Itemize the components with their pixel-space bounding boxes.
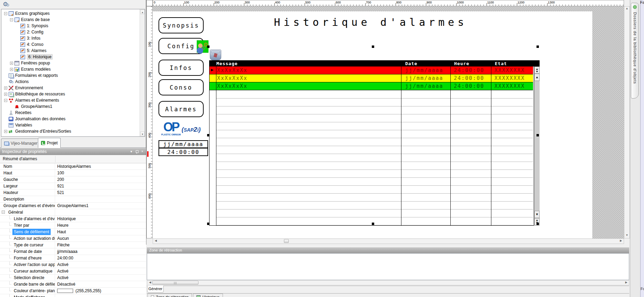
- collapse-icon[interactable]: −: [4, 12, 7, 15]
- column-header[interactable]: Date: [405, 61, 417, 66]
- tree-item[interactable]: −GroupeAlarmes1: [2, 103, 139, 110]
- scroll-down-icon[interactable]: ▼: [140, 132, 145, 136]
- alarm-row[interactable]: ▶XxXxXxXxjj/mm/aaaa24:00:00XXXXXXXX: [209, 66, 533, 74]
- property-row[interactable]: Gauche200: [0, 176, 146, 183]
- property-row[interactable]: NomHistoriqueAlarmes: [0, 163, 146, 170]
- alarm-table[interactable]: MessageDateHeureEtat▶XxXxXxXxjj/mm/aaaa2…: [209, 60, 540, 226]
- feedback-hscrollbar[interactable]: ◀ ▶: [147, 280, 629, 285]
- gears-toolbar-icon[interactable]: ⚙⚙: [3, 1, 12, 9]
- expand-icon[interactable]: +: [4, 86, 7, 90]
- property-row[interactable]: Groupe d'alarmes et d'événenGroupeAlarme…: [0, 203, 146, 209]
- property-value[interactable]: [55, 196, 146, 202]
- scroll-right-icon[interactable]: ▶: [619, 239, 623, 243]
- feedback-area[interactable]: [147, 253, 629, 280]
- selection-handle[interactable]: [536, 223, 539, 225]
- property-value[interactable]: Flèche: [55, 242, 146, 248]
- hscroll-thumb[interactable]: [284, 239, 289, 243]
- date-field[interactable]: jj/mm/aaaa: [159, 140, 208, 148]
- property-row[interactable]: Action sur activation duAucun: [0, 235, 146, 242]
- tree-item[interactable]: +Environnement: [2, 85, 139, 91]
- hscroll-thumb[interactable]: [152, 281, 198, 285]
- canvas-vscrollbar[interactable]: ▲ ▼: [624, 6, 630, 238]
- property-row[interactable]: Largeur921: [0, 183, 146, 190]
- alarm-row[interactable]: XxXxXxXxjj/mm/aaaa24:00:00XXXXXXXX: [209, 74, 533, 82]
- property-value[interactable]: Désactivé: [55, 281, 146, 287]
- property-value[interactable]: Heure: [55, 222, 146, 228]
- tab-vijeo-manager[interactable]: Vijeo-Manager: [1, 139, 41, 148]
- trash-icon[interactable]: [210, 50, 221, 60]
- selection-handle[interactable]: [207, 134, 209, 136]
- property-value[interactable]: 100: [55, 170, 146, 176]
- property-row[interactable]: Sélection directeActivé: [0, 275, 146, 281]
- property-value[interactable]: 921: [55, 183, 146, 189]
- pin-icon[interactable]: [135, 150, 139, 154]
- property-row[interactable]: Type de curseurFlèche: [0, 242, 146, 248]
- tab-zone-retroaction[interactable]: Zone de rétroaction: [147, 294, 192, 297]
- property-value[interactable]: HistoriqueAlarmes: [55, 163, 146, 170]
- scroll-right-icon[interactable]: ▶: [624, 281, 628, 285]
- property-value[interactable]: [55, 209, 146, 215]
- scroll-up-icon[interactable]: ▲: [534, 74, 540, 81]
- selection-handle[interactable]: [372, 223, 374, 225]
- tree-item[interactable]: −5: Alarmes: [2, 48, 139, 54]
- tree-item[interactable]: −1: Synopsis: [2, 23, 139, 29]
- tree-item[interactable]: +Bibliothèque de ressources: [2, 91, 139, 97]
- scroll-up-icon[interactable]: ▲▲: [534, 66, 540, 74]
- canvas-hscrollbar[interactable]: ◀ ▶: [153, 238, 624, 244]
- tab-historique[interactable]: Historique: [193, 294, 223, 297]
- property-value[interactable]: Haut: [55, 229, 146, 235]
- tree-item[interactable]: −2: Config: [2, 29, 139, 35]
- property-value[interactable]: 521: [55, 190, 146, 196]
- tree-item[interactable]: −Journalisation des données: [2, 116, 139, 122]
- expand-icon[interactable]: +: [10, 62, 13, 65]
- color-swatch[interactable]: [57, 289, 73, 293]
- property-row[interactable]: Couleur d'arrière- plan(255,255,255): [0, 288, 146, 294]
- time-field[interactable]: 24:00:00: [159, 148, 208, 156]
- screen-title[interactable]: Historique d'alarmes: [274, 16, 467, 28]
- scroll-left-icon[interactable]: ◀: [153, 239, 158, 243]
- property-row[interactable]: Hauteur521: [0, 190, 146, 196]
- tree-item[interactable]: −6: Historique: [2, 54, 139, 60]
- property-value[interactable]: 200: [55, 176, 146, 183]
- property-row[interactable]: −Général: [0, 209, 146, 216]
- property-row[interactable]: Format d'heure24:00:00: [0, 255, 146, 262]
- selection-handle[interactable]: [536, 134, 539, 136]
- property-row[interactable]: Format de datejj/mm/aaaa: [0, 248, 146, 255]
- tree-item[interactable]: −Ecrans de base: [2, 17, 139, 23]
- tree-item[interactable]: −Recettes: [2, 110, 139, 116]
- scroll-left-icon[interactable]: ◀: [148, 281, 152, 285]
- property-value[interactable]: Aucun: [55, 235, 146, 242]
- tree-item[interactable]: −4: Conso: [2, 41, 139, 48]
- property-value[interactable]: [55, 294, 146, 297]
- expand-icon[interactable]: +: [4, 130, 7, 133]
- scroll-up-icon[interactable]: ▲: [140, 10, 145, 14]
- property-value[interactable]: Historique: [55, 216, 146, 222]
- property-row[interactable]: Activer l'action sur appuActivé: [0, 262, 146, 268]
- tree-item[interactable]: −Ecrans graphiques: [2, 10, 139, 17]
- tree-item[interactable]: −Alarmes et Evénements: [2, 97, 139, 103]
- hmi-button-alarmes[interactable]: Alarmes: [159, 101, 204, 117]
- tree-item[interactable]: −Variables: [2, 122, 139, 128]
- tree-item[interactable]: +Fenêtres popup: [2, 60, 139, 66]
- property-value[interactable]: Activé: [55, 268, 146, 274]
- collapse-icon[interactable]: −: [10, 18, 13, 21]
- property-row[interactable]: Curseur automatiqueActivé: [0, 268, 146, 275]
- property-value[interactable]: Activé: [55, 262, 146, 268]
- column-header[interactable]: Heure: [454, 61, 469, 66]
- selection-handle[interactable]: [372, 45, 374, 48]
- expand-icon[interactable]: +: [10, 68, 13, 71]
- property-row[interactable]: Sens de défilementHaut: [0, 229, 146, 235]
- property-value[interactable]: Activé: [55, 275, 146, 281]
- hmi-button-synopsis[interactable]: Synopsis: [159, 17, 204, 33]
- alarm-row[interactable]: XxXxXxXxjj/mm/aaaa24:00:00XXXXXXXX: [209, 82, 533, 90]
- docked-panel-edge[interactable]: [640, 0, 644, 297]
- property-row[interactable]: Mode d'affichage: [0, 294, 146, 297]
- tree-item[interactable]: −Formulaires et rapports: [2, 72, 139, 79]
- column-header[interactable]: Message: [216, 61, 238, 66]
- property-row[interactable]: Trier parHeure: [0, 222, 146, 229]
- tree-item[interactable]: +Ecrans modèles: [2, 66, 139, 72]
- chevron-down-icon[interactable]: ▾: [129, 149, 134, 154]
- user-config-icon[interactable]: [197, 40, 208, 53]
- property-value[interactable]: GroupeAlarmes1: [55, 203, 146, 209]
- scroll-down-icon[interactable]: ▼: [625, 234, 629, 238]
